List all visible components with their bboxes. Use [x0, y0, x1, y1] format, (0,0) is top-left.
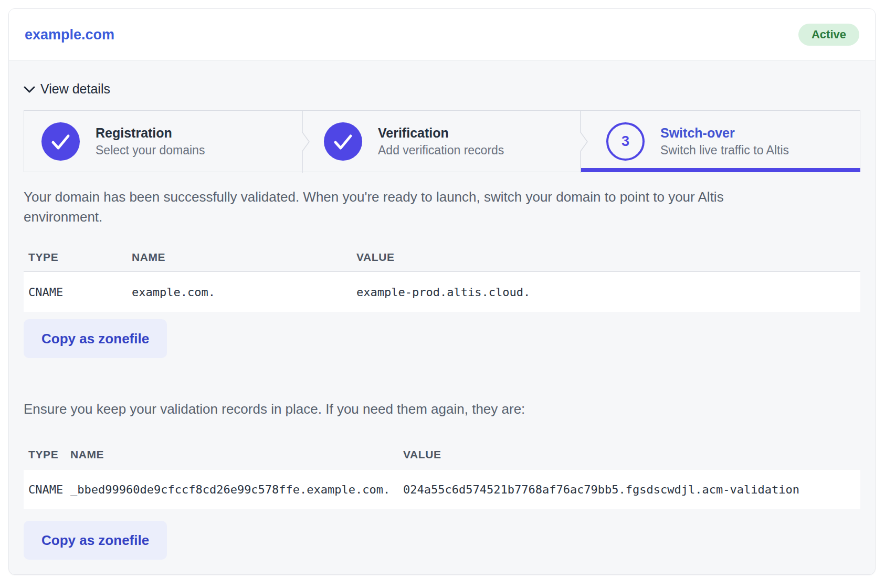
step-number-icon: 3	[606, 122, 645, 161]
column-header-name: NAME	[66, 448, 398, 461]
switchover-records-table: TYPE NAME VALUE CNAME example.com. examp…	[24, 243, 860, 312]
record-type: CNAME	[24, 483, 66, 496]
active-step-indicator	[581, 168, 860, 172]
status-badge: Active	[798, 24, 859, 46]
record-type: CNAME	[24, 286, 127, 299]
table-row: CNAME _bbed99960de9cfccf8cd26e99c578ffe.…	[24, 469, 860, 509]
step-complete-check-icon	[324, 122, 362, 161]
column-header-value: VALUE	[398, 448, 860, 461]
record-value: example-prod.altis.cloud.	[352, 286, 860, 299]
copy-zonefile-button[interactable]: Copy as zonefile	[24, 319, 167, 358]
view-details-toggle[interactable]: View details	[24, 81, 110, 97]
record-name: example.com.	[127, 286, 352, 299]
record-value: 024a55c6d574521b7768af76ac79bb5.fgsdscwd…	[398, 483, 860, 496]
table-row: CNAME example.com. example-prod.altis.cl…	[24, 272, 860, 312]
domain-card: example.com Active View details	[8, 8, 876, 575]
column-header-type: TYPE	[24, 251, 127, 264]
switchover-description: Your domain has been successfully valida…	[24, 187, 795, 227]
table-header-row: TYPE NAME VALUE	[24, 243, 860, 272]
step-subtitle: Switch live traffic to Altis	[660, 143, 789, 158]
chevron-down-icon	[24, 86, 35, 93]
domain-link[interactable]: example.com	[25, 27, 114, 43]
step-number: 3	[621, 133, 629, 150]
step-text: Switch-over Switch live traffic to Altis	[660, 125, 789, 158]
card-header: example.com Active	[9, 9, 875, 61]
validation-description: Ensure you keep your validation records …	[24, 399, 795, 419]
step-text: Verification Add verification records	[378, 125, 504, 158]
card-body: View details Registration Select your do…	[9, 81, 875, 560]
step-complete-check-icon	[41, 122, 80, 161]
step-title: Switch-over	[660, 125, 789, 141]
view-details-label: View details	[40, 81, 110, 97]
table-header-row: TYPE NAME VALUE	[24, 440, 860, 469]
step-title: Registration	[96, 125, 205, 141]
step-verification[interactable]: Verification Add verification records	[295, 111, 577, 172]
step-subtitle: Select your domains	[96, 143, 205, 158]
step-switch-over[interactable]: 3 Switch-over Switch live traffic to Alt…	[577, 111, 860, 172]
record-name: _bbed99960de9cfccf8cd26e99c578ffe.exampl…	[66, 483, 398, 496]
step-title: Verification	[378, 125, 504, 141]
page: example.com Active View details	[0, 0, 885, 588]
step-subtitle: Add verification records	[378, 143, 504, 158]
stepper: Registration Select your domains Verific…	[24, 110, 860, 172]
validation-records-table: TYPE NAME VALUE CNAME _bbed99960de9cfccf…	[24, 440, 860, 509]
step-text: Registration Select your domains	[96, 125, 205, 158]
column-header-name: NAME	[127, 251, 352, 264]
column-header-type: TYPE	[24, 448, 66, 461]
step-registration[interactable]: Registration Select your domains	[24, 111, 295, 172]
column-header-value: VALUE	[352, 251, 860, 264]
copy-zonefile-button[interactable]: Copy as zonefile	[24, 521, 167, 560]
